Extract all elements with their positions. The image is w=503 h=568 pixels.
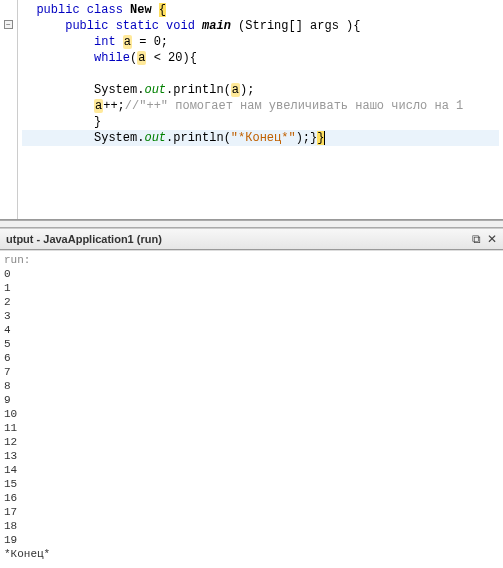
code-line[interactable]: System.out.println(a); — [22, 82, 499, 98]
output-line: 8 — [4, 379, 499, 393]
code-token: while — [94, 51, 130, 65]
code-token: = 0; — [132, 35, 168, 49]
output-line: 18 — [4, 519, 499, 533]
code-line[interactable]: public static void main (String[] args )… — [22, 18, 499, 34]
output-line: 15 — [4, 477, 499, 491]
output-line: *Конец* — [4, 547, 499, 561]
output-line: 19 — [4, 533, 499, 547]
code-token: "*Конец*" — [231, 131, 296, 145]
code-token: ); — [240, 83, 254, 97]
code-token: (String[] args ){ — [238, 19, 360, 33]
output-line: 5 — [4, 337, 499, 351]
code-token: System. — [94, 83, 144, 97]
code-line[interactable]: System.out.println("*Конец*");}} — [22, 130, 499, 146]
code-token: public — [36, 3, 86, 17]
code-token: a — [94, 99, 103, 113]
pane-divider[interactable] — [0, 220, 503, 228]
output-line: 4 — [4, 323, 499, 337]
code-line[interactable]: int a = 0; — [22, 34, 499, 50]
editor-gutter: − — [0, 0, 18, 219]
code-token: static — [116, 19, 166, 33]
text-cursor — [324, 131, 325, 145]
code-token: } — [94, 115, 101, 129]
code-line[interactable] — [22, 66, 499, 82]
code-token: public — [65, 19, 115, 33]
output-line: 6 — [4, 351, 499, 365]
code-line[interactable]: } — [22, 114, 499, 130]
code-token: out — [144, 83, 166, 97]
code-token: int — [94, 35, 123, 49]
output-line: 14 — [4, 463, 499, 477]
code-token: a — [231, 83, 240, 97]
code-token: .println( — [166, 131, 231, 145]
code-token: New — [130, 3, 159, 17]
fold-minus-icon[interactable]: − — [4, 20, 13, 29]
output-line: 2 — [4, 295, 499, 309]
output-line: 7 — [4, 365, 499, 379]
output-line: 3 — [4, 309, 499, 323]
code-token: out — [144, 131, 166, 145]
code-token: ++; — [103, 99, 125, 113]
window-restore-icon[interactable]: ⧉ — [472, 232, 481, 246]
code-token: .println( — [166, 83, 231, 97]
output-panel-title: utput - JavaApplication1 (run) ⧉ ✕ — [0, 228, 503, 250]
code-line[interactable]: a++;//"++" помогает нам увеличивать нашо… — [22, 98, 499, 114]
output-line: 10 — [4, 407, 499, 421]
close-icon[interactable]: ✕ — [487, 232, 497, 246]
code-token: < 20){ — [146, 51, 196, 65]
code-token: { — [159, 3, 166, 17]
code-token: //"++" помогает нам увеличивать нашо чис… — [125, 99, 463, 113]
code-line[interactable]: public class New { — [22, 2, 499, 18]
output-line: 9 — [4, 393, 499, 407]
code-token: void — [166, 19, 202, 33]
code-line[interactable]: while(a < 20){ — [22, 50, 499, 66]
output-title-text: utput - JavaApplication1 (run) — [6, 233, 162, 245]
output-line: 1 — [4, 281, 499, 295]
code-token: System. — [94, 131, 144, 145]
output-run-label: run: — [4, 253, 499, 267]
code-token: main — [202, 19, 238, 33]
output-line: 12 — [4, 435, 499, 449]
output-line: 13 — [4, 449, 499, 463]
output-line: 16 — [4, 491, 499, 505]
output-line: 11 — [4, 421, 499, 435]
code-token: } — [317, 131, 324, 145]
code-token: a — [123, 35, 132, 49]
code-editor[interactable]: − public class New { public static void … — [0, 0, 503, 220]
output-line: 17 — [4, 505, 499, 519]
code-token: );} — [296, 131, 318, 145]
code-token: class — [87, 3, 130, 17]
output-body[interactable]: run:012345678910111213141516171819*Конец… — [0, 250, 503, 568]
code-area[interactable]: public class New { public static void ma… — [18, 0, 503, 219]
output-line: 0 — [4, 267, 499, 281]
